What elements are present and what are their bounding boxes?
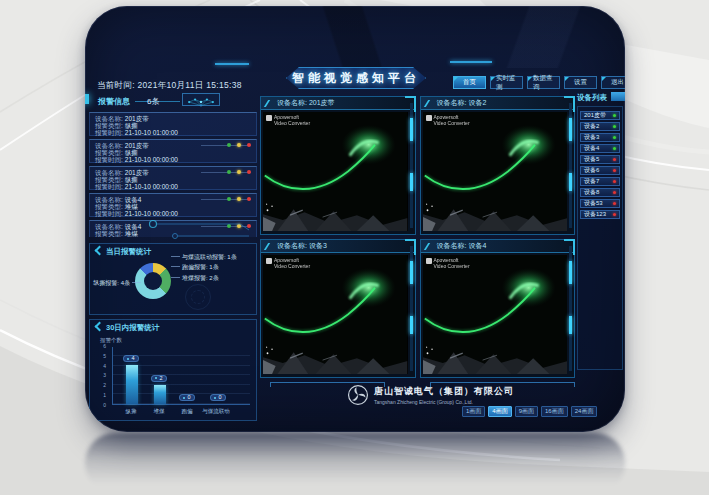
monthly-stats-title: 30日内报警统计	[96, 323, 159, 333]
device-item[interactable]: 201皮带	[580, 111, 620, 120]
header-accent-line	[215, 63, 249, 65]
monitor: 当前时间: 2021年10月11日 15:15:38 智能视觉感知平台 首页 实…	[85, 6, 625, 432]
page-title: 智能视觉感知平台	[286, 67, 426, 89]
watermark-icon	[266, 115, 272, 121]
circuit-decoration	[145, 216, 255, 244]
nav-button-realtime[interactable]: 实时监测	[490, 76, 523, 89]
alarm-panel-title: 报警信息	[98, 96, 130, 107]
device-item[interactable]: 设备7	[580, 177, 620, 186]
top-nav: 首页 实时监测 数据查询 设置 退出	[453, 76, 625, 89]
view-layout-switcher: 1画面 4画面 9画面 16画面 24画面	[462, 406, 597, 417]
video-scrollbar[interactable]	[569, 103, 572, 228]
monthly-alarm-stats-panel: 30日内报警统计 报警个数 65 43 21 0 4 2 0 0 纵撕 堆煤	[89, 319, 257, 421]
device-item[interactable]: 设备123	[580, 210, 620, 219]
donut-label: 跑偏报警: 1条	[182, 263, 219, 272]
bar-value-pill: 2	[151, 375, 167, 382]
daily-alarm-donut	[135, 263, 171, 299]
video-panel-3[interactable]: 设备名称: 设备3 ApowersoftVideo Converter	[260, 239, 416, 378]
alarm-card[interactable]: 设备名称:设备4 报警类型:堆煤 报警时间:21-10-10 00:00:00	[89, 193, 257, 217]
current-time: 当前时间: 2021年10月11日 15:15:38	[97, 80, 242, 92]
device-item[interactable]: 设备2	[580, 122, 620, 131]
daily-alarm-stats-panel: 当日报警统计 与煤流联动报警: 1条 跑偏报警: 1条 堆煤报警: 2条 纵撕报…	[89, 243, 257, 315]
nav-button-home[interactable]: 首页	[453, 76, 486, 89]
alarm-level-indicator	[227, 170, 251, 174]
company-name-cn: 唐山智诚电气（集团）有限公司	[374, 385, 514, 398]
watermark-icon	[266, 258, 272, 264]
belt-camera-scene	[423, 112, 568, 231]
device-item[interactable]: 设备5	[580, 155, 620, 164]
watermark-logo	[185, 284, 211, 310]
bar-value-pill: 4	[123, 355, 139, 362]
video-panel-1[interactable]: 设备名称: 201皮带 ApowersoftVideo Converter	[260, 96, 416, 235]
view-button-9[interactable]: 9画面	[515, 406, 538, 417]
video-grid: 设备名称: 201皮带 ApowersoftVideo Converter 设备…	[260, 96, 575, 378]
header-accent-line	[450, 61, 492, 63]
view-button-4[interactable]: 4画面	[488, 406, 511, 417]
bar	[126, 365, 138, 404]
belt-camera-scene	[263, 255, 408, 374]
video-panel-header: 设备名称: 201皮带	[261, 97, 415, 110]
video-panel-header: 设备名称: 设备3	[261, 240, 415, 253]
video-watermark: ApowersoftVideo Converter	[266, 258, 310, 269]
status-dot	[613, 158, 617, 162]
device-list-tab[interactable]	[611, 92, 625, 101]
device-item[interactable]: 设备6	[580, 166, 620, 175]
status-dot	[613, 114, 617, 118]
donut-label: 与煤流联动报警: 1条	[182, 253, 237, 262]
video-watermark: ApowersoftVideo Converter	[426, 115, 470, 126]
nav-button-data-query[interactable]: 数据查询	[527, 76, 560, 89]
status-dot	[613, 147, 617, 151]
monitor-reflection	[85, 433, 625, 493]
device-list-panel: 设备列表 201皮带 设备2 设备3 设备4 设备5 设备6 设备7 设备8 设…	[577, 93, 623, 373]
video-panel-header: 设备名称: 设备4	[421, 240, 575, 253]
device-item[interactable]: 设备3	[580, 133, 620, 142]
status-dot	[613, 213, 617, 217]
belt-camera-scene	[423, 255, 568, 374]
bar-chart-yticks: 65 43 21 0	[94, 344, 106, 408]
video-watermark: ApowersoftVideo Converter	[266, 115, 310, 126]
watermark-icon	[426, 258, 432, 264]
video-scrollbar[interactable]	[569, 246, 572, 371]
donut-label: 堆煤报警: 2条	[182, 274, 219, 283]
alarm-count-badge: 6条	[147, 96, 159, 107]
bar	[154, 385, 166, 404]
monthly-bar-chart: 4 2 0 0	[112, 347, 250, 405]
video-feed[interactable]: ApowersoftVideo Converter	[423, 112, 568, 231]
video-panel-2[interactable]: 设备名称: 设备2 ApowersoftVideo Converter	[420, 96, 576, 235]
screenshot-root: 当前时间: 2021年10月11日 15:15:38 智能视觉感知平台 首页 实…	[0, 0, 709, 495]
company-brand: 唐山智诚电气（集团）有限公司 Tangshan Zhicheng Electri…	[347, 384, 514, 406]
view-button-1[interactable]: 1画面	[462, 406, 485, 417]
alarm-card[interactable]: 设备名称:201皮带 报警类型:纵撕 报警时间:21-10-10 01:00:0…	[89, 112, 257, 136]
status-dot	[613, 136, 617, 140]
topology-icon	[182, 93, 220, 106]
donut-label: 纵撕报警: 4条	[93, 279, 130, 288]
company-name-en: Tangshan Zhicheng Electric (Group) Co.,L…	[374, 399, 514, 405]
time-value: 2021年10月11日 15:15:38	[138, 80, 242, 90]
video-panel-4[interactable]: 设备名称: 设备4 ApowersoftVideo Converter	[420, 239, 576, 378]
video-scrollbar[interactable]	[410, 103, 413, 228]
device-list: 201皮带 设备2 设备3 设备4 设备5 设备6 设备7 设备8 设备53 设…	[577, 106, 623, 370]
status-dot	[613, 180, 617, 184]
device-item[interactable]: 设备53	[580, 199, 620, 208]
time-label: 当前时间:	[97, 80, 135, 90]
video-panel-header: 设备名称: 设备2	[421, 97, 575, 110]
alarm-level-indicator	[227, 143, 251, 147]
alarm-card[interactable]: 设备名称:201皮带 报警类型:纵撕 报警时间:21-10-10 00:00:0…	[89, 166, 257, 190]
video-feed[interactable]: ApowersoftVideo Converter	[423, 255, 568, 374]
video-feed[interactable]: ApowersoftVideo Converter	[263, 255, 408, 374]
device-item[interactable]: 设备4	[580, 144, 620, 153]
video-feed[interactable]: ApowersoftVideo Converter	[263, 112, 408, 231]
alarm-card[interactable]: 设备名称:201皮带 报警类型:纵撕 报警时间:21-10-10 00:00:0…	[89, 139, 257, 163]
view-button-16[interactable]: 16画面	[541, 406, 568, 417]
status-dot	[613, 191, 617, 195]
view-button-24[interactable]: 24画面	[571, 406, 598, 417]
video-scrollbar[interactable]	[410, 246, 413, 371]
bezel-notch	[85, 94, 89, 104]
bar-value-pill: 0	[179, 394, 195, 401]
company-logo-icon	[347, 384, 369, 406]
daily-stats-title: 当日报警统计	[96, 247, 151, 257]
status-dot	[613, 169, 617, 173]
device-item[interactable]: 设备8	[580, 188, 620, 197]
nav-button-exit[interactable]: 退出	[601, 76, 625, 89]
nav-button-settings[interactable]: 设置	[564, 76, 597, 89]
